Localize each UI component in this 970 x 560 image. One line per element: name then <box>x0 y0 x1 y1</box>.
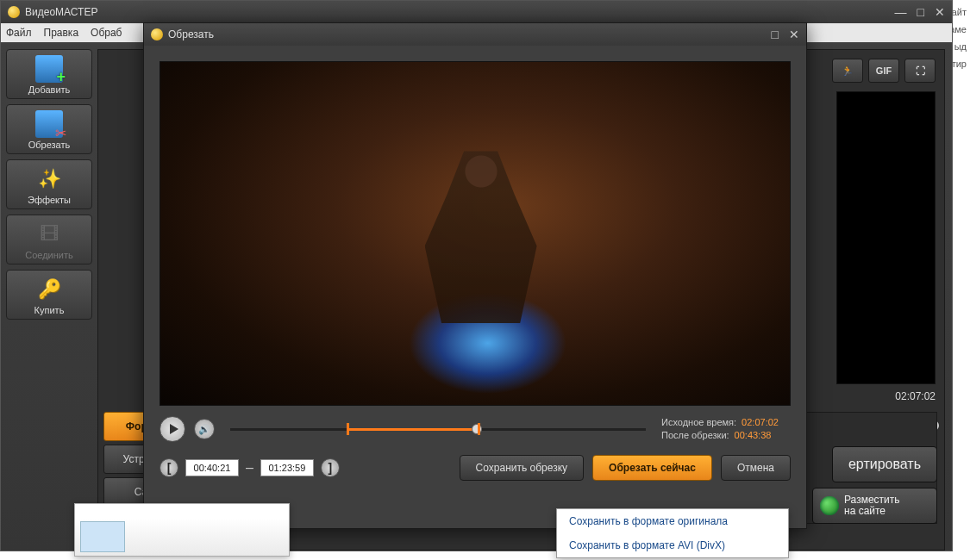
timeline-selection <box>347 428 475 431</box>
taskbar-thumbnail[interactable] <box>74 503 290 557</box>
join-label: Соединить <box>25 250 73 260</box>
thumbnail-preview <box>75 518 289 556</box>
gif-tool-button[interactable]: GIF <box>868 59 899 83</box>
app-title: ВидеоМАСТЕР <box>25 6 97 18</box>
after-trim-value: 00:43:38 <box>735 429 772 442</box>
key-icon <box>35 276 63 303</box>
video-preview[interactable] <box>160 61 791 406</box>
trim-save-dropdown: Сохранить в формате оригинала Сохранить … <box>556 508 789 558</box>
trim-start-marker[interactable] <box>347 423 349 435</box>
trim-button[interactable]: Обрезать <box>6 104 92 154</box>
dialog-maximize-icon[interactable]: □ <box>772 28 779 41</box>
main-duration: 02:07:02 <box>895 390 936 402</box>
set-start-button[interactable]: [ <box>160 458 178 477</box>
dialog-titlebar[interactable]: Обрезать □ ✕ <box>144 23 806 46</box>
save-avi-format-item[interactable]: Сохранить в формате AVI (DivX) <box>557 533 788 557</box>
convert-button[interactable]: ертировать <box>832 446 937 482</box>
sidebar: Добавить Обрезать Эффекты Соединить Купи… <box>1 42 97 551</box>
sound-button[interactable]: 🔊 <box>194 419 215 439</box>
runner-icon: 🏃 <box>842 65 854 77</box>
close-icon[interactable]: ✕ <box>935 5 945 19</box>
trim-now-label: Обрезать сейчас <box>609 462 696 474</box>
dialog-title: Обрезать <box>168 28 214 40</box>
time-separator: – <box>246 460 253 476</box>
fullscreen-icon: ⛶ <box>916 65 925 76</box>
filmstrip-icon <box>35 221 63 248</box>
scissors-icon <box>35 110 63 138</box>
menu-file[interactable]: Файл <box>6 27 32 39</box>
effects-label: Эффекты <box>28 195 71 205</box>
timeline[interactable] <box>230 420 646 438</box>
dialog-close-icon[interactable]: ✕ <box>789 28 799 41</box>
end-time-input[interactable] <box>260 459 314 476</box>
time-info: Исходное время:02:07:02 После обрезки:00… <box>661 416 791 443</box>
publish-label: Разместить на сайте <box>844 495 900 517</box>
thumbnail-title <box>75 504 289 518</box>
join-button: Соединить <box>6 215 92 264</box>
cancel-button[interactable]: Отмена <box>721 455 791 481</box>
maximize-icon[interactable]: □ <box>917 5 924 19</box>
trim-dialog: Обрезать □ ✕ 🔊 Исходное время:02:07:02 П… <box>143 22 807 529</box>
effects-button[interactable]: Эффекты <box>6 159 92 209</box>
minimize-icon[interactable]: — <box>895 5 907 19</box>
add-video-icon <box>35 55 63 83</box>
publish-button[interactable]: Разместить на сайте <box>812 488 937 524</box>
fullscreen-tool-button[interactable]: ⛶ <box>904 59 936 83</box>
source-time-value: 02:07:02 <box>742 416 779 429</box>
convert-button-label: ертировать <box>848 457 921 472</box>
start-time-input[interactable] <box>185 459 239 476</box>
main-titlebar[interactable]: ВидеоМАСТЕР — □ ✕ <box>1 1 952 23</box>
menu-edit[interactable]: Правка <box>44 27 79 39</box>
app-logo-icon <box>8 6 20 18</box>
save-original-format-item[interactable]: Сохранить в формате оригинала <box>557 509 788 533</box>
globe-icon <box>820 496 839 515</box>
save-trim-label: Сохранить обрезку <box>476 462 567 474</box>
trim-now-button[interactable]: Обрезать сейчас <box>592 455 712 481</box>
menu-process[interactable]: Обраб <box>91 27 122 39</box>
play-button[interactable] <box>160 416 185 442</box>
preview-panel <box>836 91 936 384</box>
run-tool-button[interactable]: 🏃 <box>832 59 863 83</box>
save-trim-button[interactable]: Сохранить обрезку <box>460 455 584 481</box>
buy-button[interactable]: Купить <box>6 270 92 320</box>
after-trim-label: После обрезки: <box>661 430 729 440</box>
dialog-logo-icon <box>151 28 163 40</box>
buy-label: Купить <box>34 305 65 315</box>
trim-end-marker[interactable] <box>478 423 480 435</box>
set-end-button[interactable]: ] <box>321 458 340 477</box>
add-button[interactable]: Добавить <box>6 49 92 99</box>
cancel-label: Отмена <box>737 462 774 474</box>
gif-label: GIF <box>876 65 892 76</box>
source-time-label: Исходное время: <box>661 417 736 427</box>
sparkle-icon <box>35 165 63 193</box>
